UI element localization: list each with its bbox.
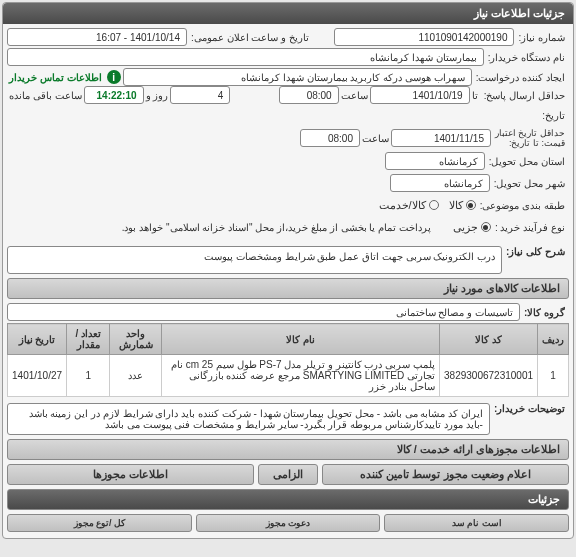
main-panel: جزئیات اطلاعات نیاز شماره نیاز: 11010901… [2,2,574,539]
niaz-no-field[interactable]: 1101090142000190 [334,28,514,46]
td-date: 1401/10/27 [8,355,67,397]
two-col-headers: اعلام وضعیت مجوز توسط تامین کننده الزامی… [7,462,569,487]
row-tarikh: تاریخ: [7,104,569,126]
table-header-row: ردیف کد کالا نام کالا واحد شمارش تعداد /… [8,324,569,355]
td-qty: 1 [67,355,110,397]
row-desc: شرح کلی نیاز: درب الکترونیک سربی جهت اتا… [7,244,569,276]
row-buy-type: نوع فرآیند خرید : جزیی پرداخت تمام یا بخ… [7,216,569,238]
radio-jozi[interactable]: جزیی [453,221,491,234]
row-state: استان محل تحویل: کرمانشاه [7,150,569,172]
city-label: شهر محل تحویل: [490,178,569,189]
az-tarikh-label: حداقل تاریخ اعتبار [491,128,569,138]
remaining-label: ساعت باقی مانده [7,90,84,101]
td-code: 3829300672310001 [440,355,538,397]
buyer-label: نام دستگاه خریدار: [484,52,569,63]
row-valid: حداقل تاریخ اعتبار قیمت: تا تاریخ: 1401/… [7,126,569,150]
elan-date-label: تاریخ و ساعت اعلان عمومی: [187,32,313,43]
radio-dot-icon [466,200,476,210]
td-name: پلمپ سربی درب کانتینر و تریلر مدل PS-7 ط… [162,355,440,397]
payment-note: پرداخت تمام یا بخشی از مبلغ خرید،از محل … [120,222,433,233]
th-unit: واحد شمارش [110,324,162,355]
th-radif: ردیف [538,324,569,355]
city-field[interactable]: کرمانشاه [390,174,490,192]
state-label: استان محل تحویل: [485,156,569,167]
ta-label-1: تا [470,90,480,101]
row-group: گروه کالا: تاسیسات و مصالح ساختمانی [7,301,569,323]
row-class: طبقه بندی موضوعی: کالا کالا/خدمت [7,194,569,216]
kala-section-title: اطلاعات کالاهای مورد نیاز [7,278,569,299]
requester-field[interactable]: سهراب هوسی درکه کاربرید بیمارستان شهدا ک… [123,68,472,86]
radio-kala[interactable]: کالا [449,199,476,212]
radio-jozi-label: جزیی [453,221,478,234]
footer-c1: كل /توع مجوز [7,514,192,532]
state-field[interactable]: کرمانشاه [385,152,485,170]
contact-link[interactable]: اطلاعات تماس خریدار [7,72,104,83]
class-radio-group: کالا کالا/خدمت [379,199,476,212]
tarikh-label: تاریخ: [538,110,569,121]
buyer-field[interactable]: بیمارستان شهدا کرمانشاه [7,48,484,66]
saat-label-1: ساعت [339,90,370,101]
table-row[interactable]: 1 3829300672310001 پلمپ سربی درب کانتینر… [8,355,569,397]
group-field[interactable]: تاسیسات و مصالح ساختمانی [7,303,520,321]
info-icon[interactable]: i [107,70,121,84]
buy-type-label: نوع فرآیند خرید : [491,222,569,233]
notes-text[interactable]: ایران کد مشابه می باشد - محل تحویل بیمار… [7,403,490,435]
td-unit: عدد [110,355,162,397]
th-date: تاریخ نیاز [8,324,67,355]
panel-body: شماره نیاز: 1101090142000190 تاریخ و ساع… [3,24,573,538]
footer-title: جزئیات [7,489,569,510]
radio-khedmat[interactable]: کالا/خدمت [379,199,439,212]
send-deadline-label: حداقل ارسال پاسخ: [480,90,569,101]
group-label: گروه کالا: [520,307,569,318]
saat-label-2: ساعت [360,133,391,144]
valid-time-field[interactable]: 08:00 [300,129,360,147]
ta-tarikh-label: قیمت: تا تاریخ: [491,138,569,148]
kala-table: ردیف کد کالا نام کالا واحد شمارش تعداد /… [7,323,569,397]
footer-c2: دعوت مجوز [196,514,381,532]
radio-dot-icon [481,222,491,232]
footer-c3: است نام سد [384,514,569,532]
row-niaz: شماره نیاز: 1101090142000190 تاریخ و ساع… [7,28,569,46]
th-name: نام کالا [162,324,440,355]
row-notes: توضیحات خریدار: ایران کد مشابه می باشد -… [7,401,569,437]
send-time-field[interactable]: 08:00 [279,86,339,104]
desc-text[interactable]: درب الکترونیک سربی جهت اتاق عمل طبق شرای… [7,246,502,274]
col-elzami: الزامی [258,464,318,485]
remaining-field: 14:22:10 [84,86,144,104]
row-city: شهر محل تحویل: کرمانشاه [7,172,569,194]
row-buyer: نام دستگاه خریدار: بیمارستان شهدا کرمانش… [7,46,569,68]
niaz-no-label: شماره نیاز: [514,32,569,43]
elan-date-field[interactable]: 1401/10/14 - 16:07 [7,28,187,46]
buy-type-radio-group: جزیی [453,221,491,234]
panel-title: جزئیات اطلاعات نیاز [3,3,573,24]
radio-kala-label: کالا [449,199,463,212]
radio-dot-icon [429,200,439,210]
radio-khedmat-label: کالا/خدمت [379,199,426,212]
class-label: طبقه بندی موضوعی: [476,200,569,211]
rooz-label: روز و [144,90,171,101]
footer-cols: است نام سد دعوت مجوز كل /توع مجوز [7,512,569,534]
rooz-field[interactable]: 4 [170,86,230,104]
sub1-title: اطلاعات مجوزهای ارائه خدمت / کالا [7,439,569,460]
valid-date-field[interactable]: 1401/11/15 [391,129,491,147]
row-send-deadline: حداقل ارسال پاسخ: تا 1401/10/19 ساعت 08:… [7,86,569,104]
th-code: کد کالا [440,324,538,355]
desc-label: شرح کلی نیاز: [502,246,569,257]
send-date-field[interactable]: 1401/10/19 [370,86,470,104]
requester-label: ایجاد کننده درخواست: [472,72,569,83]
notes-label: توضیحات خریدار: [490,403,569,414]
th-qty: تعداد / مقدار [67,324,110,355]
col-info: اطلاعات مجوزها [7,464,254,485]
row-requester: ایجاد کننده درخواست: سهراب هوسی درکه کار… [7,68,569,86]
col2-header: اعلام وضعیت مجوز توسط تامین کننده [322,464,569,485]
td-radif: 1 [538,355,569,397]
